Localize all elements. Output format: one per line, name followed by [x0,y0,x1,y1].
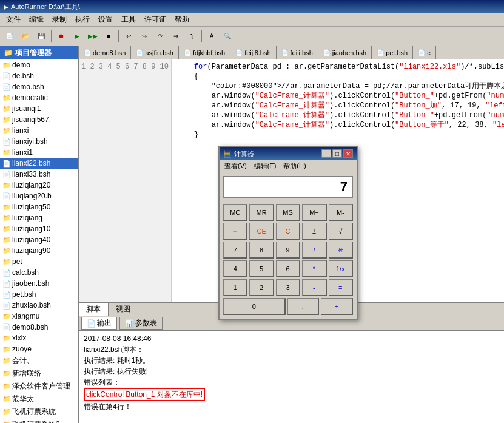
tree-item-10[interactable]: 📄lianxi33.bsh [0,169,78,180]
record-btn[interactable]: ⏺ [54,29,69,44]
calculator-window[interactable]: 🧮 计算器 _ □ ✕ 查看(V) 编辑(E) 帮助(H) 7 MC MR MS… [218,146,358,320]
tree-item-5[interactable]: 📁jisuanqi567. [0,114,78,125]
tree-item-15[interactable]: 📁liuziqiang10 [0,223,78,234]
tree-item-17[interactable]: 📁liuziqiang90 [0,245,78,256]
tree-item-24[interactable]: 📄demo8.bsh [0,322,78,333]
tree-item-22[interactable]: 📄zhuxiao.bsh [0,300,78,311]
menu-文件[interactable]: 文件 [2,13,24,26]
zoom-btn[interactable]: 🔍 [220,29,235,44]
tree-item-16[interactable]: 📁liuziqiang40 [0,234,78,245]
calc-menu-edit[interactable]: 编辑(E) [252,161,279,171]
tree-item-7[interactable]: 📄lianxiyi.bsh [0,136,78,147]
tree-item-1[interactable]: 📄de.bsh [0,70,78,81]
calc-7[interactable]: 7 [223,242,247,259]
tree-item-25[interactable]: 📁xixix [0,333,78,343]
run-fast-btn[interactable]: ▶▶ [86,29,100,44]
tab-3[interactable]: 📄feiji8.bsh [230,46,276,59]
tree-item-3[interactable]: 📁democratic [0,92,78,103]
tree-item-23[interactable]: 📁xiangmu [0,311,78,322]
tree-item-19[interactable]: 📄calc.bsh [0,267,78,278]
tab-4[interactable]: 📄feiji.bsh [277,46,318,59]
sub-tab-params[interactable]: 📊 参数表 [119,317,163,330]
step-btn[interactable]: ↷ [153,29,167,44]
calc-c[interactable]: C [276,223,300,240]
tree-item-9[interactable]: 📄lianxi22.bsh [0,158,78,169]
tree-item-12[interactable]: 📄liuqiang20.b [0,191,78,201]
step3-btn[interactable]: ⤵ [184,29,199,44]
menu-帮助[interactable]: 帮助 [171,13,193,26]
calc-sqrt[interactable]: √ [329,223,353,240]
calc-2[interactable]: 2 [249,279,274,296]
calc-mr[interactable]: MR [249,204,274,221]
tree-item-26[interactable]: 📁zuoye [0,343,78,354]
calc-mminus[interactable]: M- [329,204,353,221]
new-btn[interactable]: 📄 [2,29,17,44]
calc-mc[interactable]: MC [223,204,247,221]
menu-编辑[interactable]: 编辑 [25,13,47,26]
tree-item-13[interactable]: 📁liuziqiang50 [0,201,78,212]
tree-item-28[interactable]: 📁新增联络 [0,367,78,380]
redo-btn[interactable]: ↪ [137,29,152,44]
calc-0[interactable]: 0 [223,298,286,315]
menu-执行[interactable]: 执行 [72,13,93,26]
stop-btn[interactable]: ■ [101,29,116,44]
calc-plus[interactable]: + [321,298,353,315]
run-btn[interactable]: ▶ [70,29,84,44]
tab-5[interactable]: 📄jiaoben.bsh [318,46,372,59]
calc-6[interactable]: 6 [276,260,300,277]
calc-8[interactable]: 8 [249,242,274,259]
calc-3[interactable]: 3 [276,279,300,296]
tab-0[interactable]: 📄demo8.bsh [79,46,131,59]
sub-tab-output[interactable]: 📄 输出 [81,317,117,330]
tab-1[interactable]: 📄asjfiu.bsh [131,46,178,59]
tree-item-4[interactable]: 📁jisuanqi1 [0,103,78,114]
tree-item-32[interactable]: 📁飞机订票系统2 [0,418,78,423]
save-btn[interactable]: 💾 [34,29,49,44]
calc-menu-help[interactable]: 帮助(H) [281,161,308,171]
tree-item-30[interactable]: 📁范华太 [0,393,78,405]
calc-ce[interactable]: CE [249,223,274,240]
menu-设置[interactable]: 设置 [95,13,116,26]
calc-div[interactable]: / [302,242,326,259]
tab-7[interactable]: 📄c [413,46,436,59]
bottom-tab-script[interactable]: 脚本 [79,303,109,316]
calc-equals[interactable]: = [329,279,353,296]
tree-item-31[interactable]: 📁飞机订票系统 [0,405,78,418]
open-btn[interactable]: 📂 [18,29,33,44]
calc-ms[interactable]: MS [276,204,300,221]
calc-maximize-btn[interactable]: □ [332,149,342,158]
bottom-tab-view[interactable]: 视图 [109,303,138,316]
step2-btn[interactable]: ⇒ [169,29,183,44]
calc-dot[interactable]: . [287,298,320,315]
tree-item-20[interactable]: 📄jiaoben.bsh [0,278,78,289]
calc-1[interactable]: 1 [223,279,247,296]
calc-pct[interactable]: % [329,242,353,259]
font-btn[interactable]: A [204,29,219,44]
calc-5[interactable]: 5 [249,260,274,277]
calc-inv[interactable]: 1/x [329,260,353,277]
calc-mplus[interactable]: M+ [302,204,326,221]
calc-back[interactable]: ← [223,223,247,240]
tree-item-8[interactable]: 📁lianxi1 [0,147,78,158]
tree-item-0[interactable]: 📁demo [0,59,78,70]
calc-mul[interactable]: * [302,260,326,277]
calc-minus[interactable]: - [302,279,326,296]
tree-item-21[interactable]: 📄pet.bsh [0,289,78,300]
tab-6[interactable]: 📄pet.bsh [372,46,413,59]
calc-4[interactable]: 4 [223,260,247,277]
undo-btn[interactable]: ↩ [121,29,136,44]
menu-许可证[interactable]: 许可证 [141,13,170,26]
tree-item-6[interactable]: 📁lianxi [0,125,78,136]
tab-2[interactable]: 📄fdjkhbf.bsh [179,46,230,59]
menu-工具[interactable]: 工具 [118,13,139,26]
tree-item-11[interactable]: 📁liuziqiang20 [0,180,78,191]
calc-9[interactable]: 9 [276,242,300,259]
calc-close-btn[interactable]: ✕ [343,149,353,158]
tree-item-2[interactable]: 📄demo.bsh [0,81,78,92]
calc-sign[interactable]: ± [302,223,326,240]
tree-item-27[interactable]: 📁会计、 [0,354,78,367]
tree-item-18[interactable]: 📁pet [0,256,78,267]
tree-item-14[interactable]: 📁liuziqiang [0,212,78,223]
calc-menu-view[interactable]: 查看(V) [222,161,249,171]
tree-item-29[interactable]: 📁泽众软件客户管理 [0,380,78,393]
